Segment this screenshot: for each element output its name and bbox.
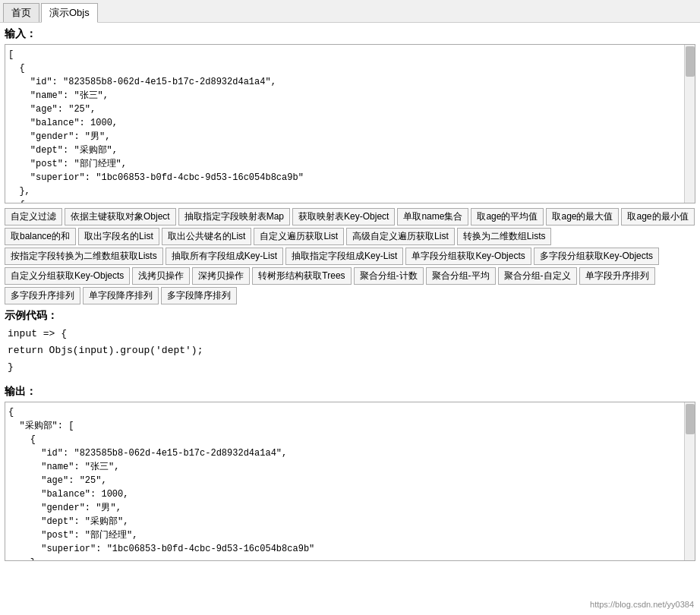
action-button-20[interactable]: 浅拷贝操作 xyxy=(132,267,190,285)
action-button-26[interactable]: 单字段升序排列 xyxy=(579,267,655,285)
tab-home[interactable]: 首页 xyxy=(3,3,39,22)
tab-demo-objs[interactable]: 演示Objs xyxy=(41,3,98,23)
action-button-19[interactable]: 自定义分组获取Key-Objects xyxy=(5,267,130,285)
input-label: 输入： xyxy=(0,23,700,43)
action-button-27[interactable]: 多字段升序排列 xyxy=(5,287,80,304)
code-section: 示例代码： input => { return Objs(input).grou… xyxy=(0,308,700,380)
action-button-5[interactable]: 取age的平均值 xyxy=(471,208,544,226)
code-line: input => { xyxy=(8,326,695,342)
action-button-0[interactable]: 自定义过滤 xyxy=(5,208,62,226)
output-scrollbar[interactable] xyxy=(684,402,695,560)
code-block: input => { return Objs(input).group('dep… xyxy=(5,324,695,377)
action-button-12[interactable]: 高级自定义遍历获取List xyxy=(346,228,455,245)
code-label: 示例代码： xyxy=(5,309,695,324)
action-button-14[interactable]: 按指定字段转换为二维数组获取Lists xyxy=(5,248,163,265)
input-area xyxy=(5,44,695,203)
action-button-7[interactable]: 取age的最小值 xyxy=(621,208,694,226)
code-line: return Objs(input).group('dept'); xyxy=(8,342,695,359)
input-textarea[interactable] xyxy=(5,45,684,203)
action-button-13[interactable]: 转换为二维数组Lists xyxy=(457,228,552,245)
action-button-15[interactable]: 抽取所有字段组成Key-List xyxy=(166,248,283,265)
code-line: } xyxy=(8,359,695,376)
action-button-16[interactable]: 抽取指定字段组成Key-List xyxy=(285,248,403,265)
input-scrollbar[interactable] xyxy=(684,45,695,203)
action-button-8[interactable]: 取balance的和 xyxy=(5,228,76,245)
action-button-4[interactable]: 单取name集合 xyxy=(397,208,468,226)
output-label: 输出： xyxy=(0,380,700,400)
output-textarea[interactable] xyxy=(5,402,684,560)
action-button-3[interactable]: 获取映射表Key-Object xyxy=(292,208,395,226)
action-button-22[interactable]: 转树形结构获取Trees xyxy=(252,267,351,285)
action-button-1[interactable]: 依据主键获取对象Object xyxy=(65,208,176,226)
action-button-28[interactable]: 单字段降序排列 xyxy=(83,287,159,304)
action-button-9[interactable]: 取出字段名的List xyxy=(78,228,159,245)
action-button-29[interactable]: 多字段降序排列 xyxy=(161,287,237,304)
action-button-17[interactable]: 单字段分组获取Key-Objects xyxy=(405,248,531,265)
action-button-21[interactable]: 深拷贝操作 xyxy=(192,267,250,285)
output-area xyxy=(5,402,695,561)
buttons-area: 自定义过滤依据主键获取对象Object抽取指定字段映射表Map获取映射表Key-… xyxy=(0,205,700,308)
action-button-18[interactable]: 多字段分组获取Key-Objects xyxy=(534,248,659,265)
action-button-24[interactable]: 聚合分组-平均 xyxy=(426,267,496,285)
action-button-11[interactable]: 自定义遍历获取List xyxy=(254,228,344,245)
action-button-10[interactable]: 取出公共键名的List xyxy=(162,228,252,245)
action-button-25[interactable]: 聚合分组-自定义 xyxy=(498,267,577,285)
action-button-6[interactable]: 取age的最大值 xyxy=(546,208,619,226)
tab-bar: 首页 演示Objs xyxy=(0,0,700,23)
action-button-23[interactable]: 聚合分组-计数 xyxy=(354,267,424,285)
action-button-2[interactable]: 抽取指定字段映射表Map xyxy=(178,208,290,226)
